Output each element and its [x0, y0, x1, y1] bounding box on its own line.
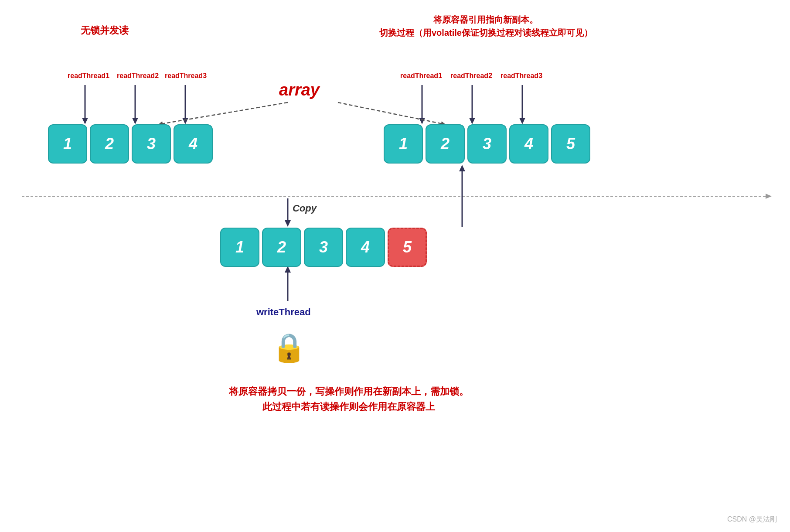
svg-marker-21	[459, 165, 465, 171]
left-thread1-label: readThread1	[68, 72, 109, 80]
watermark-label: CSDN @吴法刚	[727, 515, 777, 524]
lock-icon: 🔒	[272, 331, 306, 364]
svg-marker-1	[82, 118, 88, 124]
copy-array-item-4: 4	[346, 228, 385, 267]
copy-array: 1 2 3 4 5	[220, 228, 427, 267]
right-thread2-label: readThread2	[450, 72, 492, 80]
svg-marker-17	[766, 194, 772, 199]
array-italic-label: array	[279, 81, 320, 99]
left-array-item-4: 4	[174, 124, 213, 164]
write-thread-label: writeThread	[256, 307, 311, 318]
svg-marker-7	[419, 118, 425, 124]
left-thread2-label: readThread2	[117, 72, 159, 80]
svg-line-14	[338, 102, 445, 124]
svg-marker-19	[285, 220, 291, 227]
copy-array-item-2: 2	[262, 228, 301, 267]
left-array-item-2: 2	[90, 124, 129, 164]
right-array-item-5: 5	[551, 124, 590, 164]
right-array-item-4: 4	[509, 124, 548, 164]
right-array-item-2: 2	[426, 124, 465, 164]
left-thread3-label: readThread3	[165, 72, 207, 80]
svg-marker-23	[285, 266, 291, 273]
right-array-item-1: 1	[384, 124, 423, 164]
left-array-item-3: 3	[132, 124, 171, 164]
right-array: 1 2 3 4 5	[384, 124, 590, 164]
right-title-label: 将原容器引用指向新副本。 切换过程（用volatile保证切换过程对读线程立即可…	[379, 13, 592, 39]
copy-array-item-1: 1	[220, 228, 259, 267]
copy-array-item-5: 5	[388, 228, 427, 267]
left-title-label: 无锁并发读	[81, 24, 129, 37]
copy-array-item-3: 3	[304, 228, 343, 267]
left-array: 1 2 3 4	[48, 124, 213, 164]
svg-marker-3	[132, 118, 138, 124]
svg-line-12	[159, 102, 288, 124]
right-thread3-label: readThread3	[501, 72, 542, 80]
right-array-item-3: 3	[467, 124, 507, 164]
svg-marker-11	[519, 118, 525, 124]
copy-label: Copy	[293, 203, 317, 214]
right-thread1-label: readThread1	[400, 72, 442, 80]
main-diagram: 无锁并发读 将原容器引用指向新副本。 切换过程（用volatile保证切换过程对…	[0, 0, 790, 532]
svg-marker-9	[469, 118, 475, 124]
bottom-description: 将原容器拷贝一份，写操作则作用在新副本上，需加锁。 此过程中若有读操作则会作用在…	[153, 384, 545, 414]
svg-marker-5	[182, 118, 188, 124]
left-array-item-1: 1	[48, 124, 87, 164]
